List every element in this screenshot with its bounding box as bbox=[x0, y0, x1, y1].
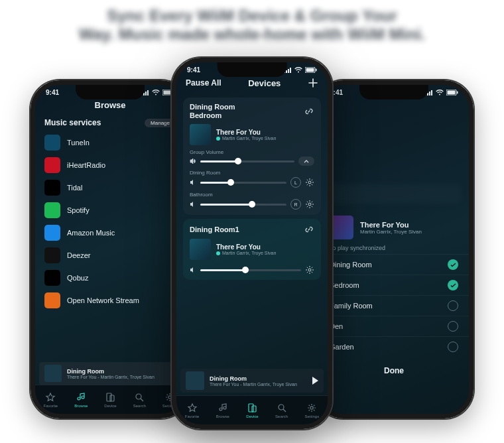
room-row[interactable]: Garden bbox=[319, 336, 469, 357]
play-button[interactable] bbox=[312, 377, 318, 385]
svg-rect-19 bbox=[457, 92, 458, 94]
tab-device[interactable]: Device bbox=[246, 403, 258, 418]
track-art bbox=[190, 239, 211, 260]
room-volume-label: Dining Room bbox=[190, 170, 314, 176]
room-name: Dining Room bbox=[330, 261, 372, 269]
add-device-button[interactable] bbox=[308, 78, 318, 88]
room-row[interactable]: Den bbox=[319, 316, 469, 336]
checkmark-off-icon[interactable] bbox=[448, 300, 458, 311]
browse-icon bbox=[76, 392, 86, 403]
tab-settings[interactable]: Settings bbox=[305, 403, 320, 418]
service-row[interactable]: iHeartRadio bbox=[35, 154, 185, 176]
link-icon[interactable] bbox=[304, 224, 314, 235]
track-artist: Martin Garrix, Troye Sivan bbox=[222, 136, 276, 141]
svg-point-5 bbox=[136, 394, 141, 399]
now-playing-bar[interactable]: Dining Room There For You - Martin Garri… bbox=[39, 362, 181, 385]
service-row[interactable]: TuneIn bbox=[35, 131, 185, 154]
room-row[interactable]: Bedroom bbox=[319, 275, 469, 295]
tab-browse[interactable]: Browse bbox=[74, 392, 88, 408]
checkmark-off-icon[interactable] bbox=[448, 342, 458, 352]
now-playing-room: Dining Room bbox=[210, 375, 307, 382]
channel-badge: L bbox=[290, 177, 301, 188]
pause-all-button[interactable]: Pause All bbox=[186, 78, 221, 88]
service-name: Amazon Music bbox=[67, 229, 115, 237]
tab-label: Favorite bbox=[44, 404, 58, 408]
service-icon bbox=[44, 270, 60, 286]
section-label: Music services bbox=[44, 118, 101, 127]
done-button[interactable]: Done bbox=[319, 357, 469, 385]
signal-icon bbox=[141, 90, 149, 95]
search-icon bbox=[134, 392, 145, 403]
service-icon bbox=[44, 157, 60, 173]
tab-label: Search bbox=[133, 404, 146, 408]
tab-bar: FavoriteBrowseDeviceSearchSettings bbox=[35, 385, 185, 414]
svg-rect-13 bbox=[249, 404, 253, 412]
room-name: Bedroom bbox=[330, 281, 359, 289]
tab-favorite[interactable]: Favorite bbox=[185, 403, 200, 418]
source-dot-icon bbox=[216, 251, 220, 255]
service-icon bbox=[44, 247, 60, 263]
device-icon bbox=[105, 392, 115, 403]
room-settings-button[interactable] bbox=[305, 178, 314, 187]
room-row[interactable]: Dining Room bbox=[319, 254, 469, 275]
checkmark-on-icon[interactable] bbox=[448, 259, 458, 270]
signal-icon bbox=[284, 68, 292, 73]
tab-label: Device bbox=[104, 404, 116, 408]
phone-left: 9:41 Browse Music services Manage TuneIn… bbox=[31, 80, 190, 418]
page-title: Devices bbox=[248, 78, 281, 88]
service-row[interactable]: Amazon Music bbox=[35, 222, 185, 244]
volume-slider[interactable] bbox=[200, 269, 301, 271]
signal-icon bbox=[425, 90, 433, 95]
svg-point-10 bbox=[308, 181, 311, 184]
battery-icon bbox=[305, 67, 317, 73]
tab-label: Settings bbox=[305, 414, 320, 418]
group-volume-slider[interactable] bbox=[200, 160, 294, 162]
tab-browse[interactable]: Browse bbox=[216, 403, 229, 418]
room-settings-button[interactable] bbox=[305, 200, 314, 209]
status-time: 9:41 bbox=[46, 89, 59, 96]
now-playing-bar[interactable]: Dining Room There For You - Martin Garri… bbox=[180, 369, 324, 393]
service-row[interactable]: Spotify bbox=[35, 199, 185, 222]
service-row[interactable]: Open Network Stream bbox=[35, 289, 185, 312]
device-settings-button[interactable] bbox=[305, 265, 314, 275]
sync-label: To play synchronized bbox=[319, 242, 469, 254]
room-name: Family Room bbox=[330, 302, 373, 310]
now-playing-room: Dining Room bbox=[67, 368, 176, 375]
service-row[interactable]: Deezer bbox=[35, 244, 185, 267]
svg-point-16 bbox=[310, 406, 313, 409]
service-name: Qobuz bbox=[67, 274, 88, 282]
track-art bbox=[330, 216, 353, 239]
tab-label: Device bbox=[246, 414, 258, 418]
service-row[interactable]: Qobuz bbox=[35, 267, 185, 289]
phone-right: 9:41 There For You Martin Garrix, Troye … bbox=[314, 80, 473, 418]
service-row[interactable]: Tidal bbox=[35, 176, 185, 199]
room-volume-slider[interactable] bbox=[200, 182, 286, 184]
browse-icon bbox=[218, 403, 228, 413]
tab-search[interactable]: Search bbox=[275, 403, 288, 418]
status-bar: 9:41 bbox=[35, 85, 185, 97]
speaker-icon bbox=[190, 201, 196, 208]
room-row[interactable]: Family Room bbox=[319, 295, 469, 316]
svg-rect-14 bbox=[252, 406, 256, 412]
now-playing-track: There For You - Martin Garrix, Troye Siv… bbox=[67, 375, 176, 379]
tab-favorite[interactable]: Favorite bbox=[44, 392, 58, 408]
collapse-volumes-button[interactable] bbox=[298, 157, 314, 166]
battery-icon bbox=[446, 90, 458, 95]
manage-button[interactable]: Manage bbox=[145, 119, 176, 127]
room-volume-slider[interactable] bbox=[200, 204, 286, 206]
checkmark-on-icon[interactable] bbox=[448, 280, 458, 290]
now-playing-track: There For You - Martin Garrix, Troye Siv… bbox=[210, 382, 307, 387]
svg-point-11 bbox=[308, 203, 311, 206]
group-rooms: Dining Room Bedroom bbox=[190, 103, 235, 120]
device-room: Dining Room1 bbox=[190, 225, 239, 233]
now-playing-art bbox=[44, 365, 62, 382]
svg-point-6 bbox=[168, 395, 170, 398]
checkmark-off-icon[interactable] bbox=[448, 321, 458, 332]
page-title: Browse bbox=[95, 100, 126, 110]
source-dot-icon bbox=[216, 137, 220, 141]
link-icon[interactable] bbox=[304, 106, 314, 117]
tab-search[interactable]: Search bbox=[133, 392, 146, 408]
svg-point-12 bbox=[308, 269, 311, 271]
tab-device[interactable]: Device bbox=[104, 392, 116, 408]
room-name: Garden bbox=[330, 343, 354, 351]
